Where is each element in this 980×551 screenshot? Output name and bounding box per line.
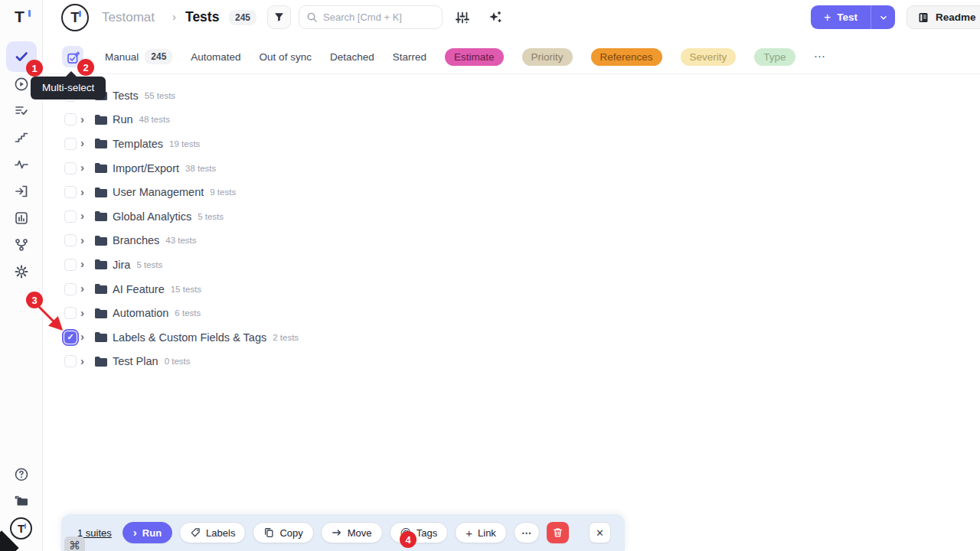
sidebar-item-branches[interactable]	[14, 237, 29, 253]
pill-severity[interactable]: Severity	[681, 48, 737, 66]
sidebar-item-settings[interactable]	[14, 264, 29, 279]
tree-row[interactable]: ›AI Feature15 tests	[43, 277, 980, 302]
sidebar-item-test-plans[interactable]	[14, 103, 29, 119]
suite-name[interactable]: Labels & Custom Fields & Tags	[113, 331, 266, 344]
funnel-icon	[273, 11, 285, 23]
new-test-dropdown[interactable]	[871, 5, 895, 29]
chevron-right-icon[interactable]: ›	[80, 186, 88, 197]
tree-row[interactable]: ›Import/Export38 tests	[43, 156, 980, 181]
filter-button[interactable]	[267, 5, 291, 29]
tree-row[interactable]: ›User Management9 tests	[43, 180, 980, 204]
pill-priority[interactable]: Priority	[522, 48, 573, 66]
sidebar-logo-bottom[interactable]: T	[10, 517, 33, 540]
chevron-right-icon[interactable]: ›	[80, 161, 88, 173]
command-key-chip[interactable]: ⌘	[64, 536, 85, 551]
row-checkbox[interactable]	[64, 210, 77, 223]
tree-row[interactable]: ›Test Plan0 tests	[43, 350, 980, 374]
sidebar-logo-icon[interactable]: T	[15, 8, 30, 23]
suite-name[interactable]: Tests	[113, 90, 139, 102]
tags-button[interactable]: @ Tags	[390, 522, 449, 543]
tree-row[interactable]: ›Tests55 tests	[43, 83, 980, 108]
tree-row[interactable]: ›Global Analytics5 tests	[43, 204, 980, 229]
suite-name[interactable]: Import/Export	[113, 162, 179, 174]
display-settings-button[interactable]	[455, 10, 470, 28]
search-input[interactable]	[323, 11, 430, 23]
tree-row[interactable]: ›Automation6 tests	[43, 301, 980, 325]
row-checkbox[interactable]	[64, 113, 77, 126]
suite-name[interactable]: Jira	[113, 259, 130, 271]
pill-estimate[interactable]: Estimate	[445, 48, 504, 66]
pill-references[interactable]: References	[591, 48, 662, 66]
suite-name[interactable]: Test Plan	[113, 355, 158, 367]
testomat-app: T	[0, 0, 980, 551]
tab-detached[interactable]: Detached	[330, 51, 374, 63]
suite-name[interactable]: Automation	[113, 307, 168, 319]
tree-row[interactable]: ›Run48 tests	[43, 108, 980, 132]
folder-icon	[94, 138, 107, 149]
suite-test-count: 2 tests	[273, 333, 299, 342]
check-icon	[14, 49, 29, 64]
sidebar-item-pulse[interactable]	[14, 157, 29, 172]
suite-name[interactable]: Templates	[113, 138, 163, 150]
pill-type[interactable]: Type	[754, 48, 795, 66]
row-checkbox[interactable]	[64, 259, 77, 271]
tab-starred[interactable]: Starred	[393, 51, 426, 63]
suite-test-count: 43 tests	[165, 236, 196, 245]
sidebar-item-tests[interactable]	[14, 49, 29, 64]
breadcrumb-page[interactable]: Tests	[185, 9, 219, 25]
suite-name[interactable]: AI Feature	[113, 283, 165, 295]
link-button[interactable]: + Link	[455, 522, 507, 543]
sidebar-item-help[interactable]	[14, 467, 29, 482]
tree-row[interactable]: ›Branches43 tests	[43, 229, 980, 253]
run-button[interactable]: › Run	[122, 522, 172, 543]
suite-name[interactable]: Run	[113, 113, 133, 126]
project-logo[interactable]: T	[61, 4, 89, 31]
sidebar-item-projects[interactable]	[14, 494, 29, 509]
tree-row[interactable]: ›Templates19 tests	[43, 132, 980, 156]
tree-row[interactable]: ›Jira5 tests	[43, 253, 980, 277]
labels-button[interactable]: Labels	[179, 522, 246, 543]
more-actions-button[interactable]: ⋯	[514, 522, 540, 543]
suites-tree: ›Tests55 tests ›Run48 tests ›Templates19…	[43, 83, 980, 373]
more-filters-button[interactable]: ⋯	[814, 50, 826, 64]
suite-name[interactable]: User Management	[113, 186, 204, 198]
sidebar-item-steps[interactable]	[14, 130, 29, 145]
ai-assistant-button[interactable]	[488, 10, 503, 28]
chevron-right-icon[interactable]: ›	[80, 113, 88, 125]
tab-manual[interactable]: Manual 245	[105, 49, 172, 64]
folder-icon	[94, 283, 107, 295]
suite-name[interactable]: Branches	[113, 234, 159, 246]
new-test-button[interactable]: + Test	[811, 5, 871, 29]
suite-test-count: 5 tests	[136, 260, 162, 269]
chevron-right-icon[interactable]: ›	[80, 234, 88, 246]
row-checkbox[interactable]	[64, 138, 77, 150]
row-checkbox[interactable]	[64, 234, 77, 246]
readme-button[interactable]: Readme	[906, 5, 980, 29]
plus-icon: +	[824, 11, 831, 24]
delete-button[interactable]	[547, 522, 569, 543]
tab-automated[interactable]: Automated	[191, 51, 240, 63]
chevron-right-icon[interactable]: ›	[80, 137, 88, 148]
close-action-bar-button[interactable]: ✕	[589, 522, 611, 543]
row-checkbox[interactable]	[64, 283, 77, 295]
tab-out-of-sync[interactable]: Out of sync	[260, 51, 312, 63]
chevron-right-icon[interactable]: ›	[80, 307, 88, 318]
chevron-right-icon[interactable]: ›	[80, 355, 88, 367]
sidebar-item-import[interactable]	[14, 184, 29, 199]
chevron-right-icon[interactable]: ›	[80, 258, 88, 269]
folder-icon	[94, 356, 107, 367]
chevron-right-icon[interactable]: ›	[80, 210, 88, 221]
breadcrumb-project[interactable]: Testomat	[102, 10, 155, 25]
row-checkbox[interactable]	[64, 355, 77, 367]
row-checkbox[interactable]	[64, 186, 77, 198]
chevron-right-icon[interactable]: ›	[80, 282, 88, 294]
chevron-right-icon[interactable]: ›	[80, 331, 88, 342]
copy-button[interactable]: Copy	[253, 522, 313, 543]
sidebar-item-runs[interactable]	[14, 77, 29, 92]
suite-name[interactable]: Global Analytics	[113, 210, 191, 223]
sidebar-item-analytics[interactable]	[14, 210, 29, 226]
suite-test-count: 6 tests	[175, 308, 201, 318]
tree-row-selected[interactable]: ›Labels & Custom Fields & Tags2 tests	[43, 325, 980, 350]
move-button[interactable]: Move	[321, 522, 383, 543]
row-checkbox[interactable]	[64, 162, 77, 174]
